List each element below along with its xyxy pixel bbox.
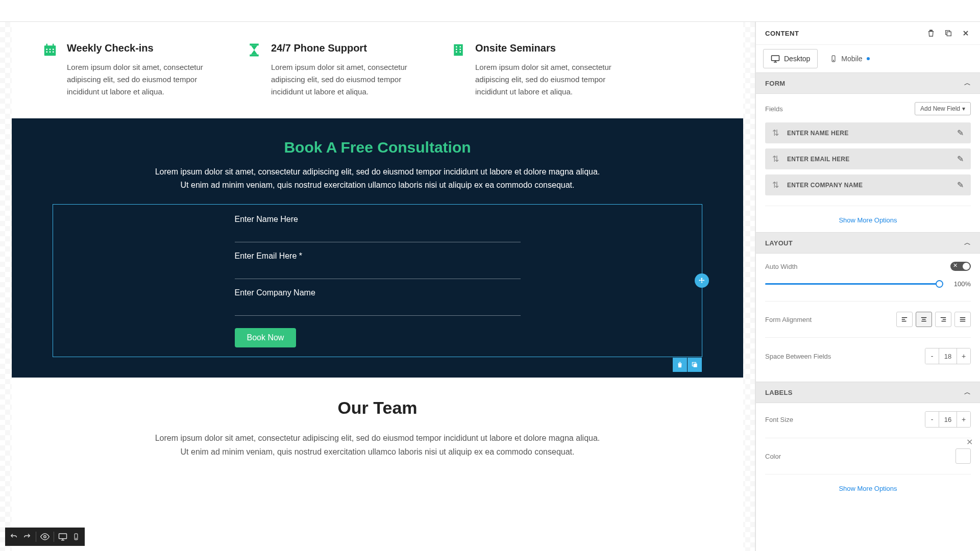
add-field-button[interactable]: Add New Field▾ [915,102,971,115]
desktop-icon [771,54,780,63]
booking-title: Book A Free Consultation [12,139,743,156]
slider-thumb[interactable] [936,280,943,288]
align-justify-button[interactable] [954,312,971,327]
space-between-label: Space Between Fields [765,353,831,360]
edit-icon[interactable]: ✎ [957,128,964,138]
drag-handle-icon[interactable]: ⇅ [772,154,779,164]
divider [765,438,971,438]
feature-title: Weekly Check-ins [67,42,216,54]
editor-canvas[interactable]: Weekly Check-ins Lorem ipsum dolor sit a… [0,22,755,551]
sidebar-header: CONTENT [756,22,980,45]
redo-button[interactable] [20,528,34,546]
building-icon [451,42,466,58]
feature-item: Weekly Check-ins Lorem ipsum dolor sit a… [42,42,216,98]
field-row[interactable]: ⇅ ENTER EMAIL HERE ✎ [765,148,971,169]
svg-rect-9 [53,52,54,53]
svg-rect-16 [460,49,461,51]
tab-desktop[interactable]: Desktop [763,49,818,68]
svg-rect-11 [250,55,259,57]
drag-handle-icon[interactable]: ⇅ [772,180,779,190]
divider [765,474,971,474]
form-block-selected[interactable]: Enter Name Here Enter Email Here * Enter… [53,204,702,357]
align-right-button[interactable] [935,312,951,327]
feature-desc: Lorem ipsum dolor sit amet, consectetur … [271,61,420,98]
feature-item: 24/7 Phone Support Lorem ipsum dolor sit… [247,42,420,98]
caret-down-icon: ▾ [962,105,965,112]
feature-item: Onsite Seminars Lorem ipsum dolor sit am… [451,42,624,98]
delete-block-button[interactable] [673,358,687,372]
feature-title: Onsite Seminars [475,42,624,54]
field-row[interactable]: ⇅ ENTER NAME HERE ✎ [765,122,971,143]
reset-color-icon[interactable]: ✕ [966,437,973,444]
separator [54,532,54,542]
booking-section: Book A Free Consultation Lorem ipsum dol… [12,118,743,378]
decrement-button[interactable]: - [925,348,939,364]
font-size-stepper: - + [925,411,971,428]
labels-section-header[interactable]: LABELS ︿ [756,382,980,403]
chevron-up-icon: ︿ [964,79,971,88]
increment-button[interactable]: + [957,348,970,364]
svg-rect-8 [50,52,51,53]
svg-rect-17 [456,52,457,53]
top-bar [0,0,980,22]
calendar-icon [42,42,58,58]
separator [36,532,36,542]
field-row[interactable]: ⇅ ENTER COMPANY NAME ✎ [765,174,971,195]
field-name: ENTER NAME HERE [787,130,957,137]
layout-section-header[interactable]: LAYOUT ︿ [756,232,980,254]
tab-mobile[interactable]: Mobile [823,49,876,68]
auto-width-label: Auto Width [765,263,798,270]
svg-rect-22 [59,534,67,539]
fields-label: Fields [765,105,783,113]
space-value-input[interactable] [939,348,957,364]
preview-button[interactable] [38,528,52,546]
width-slider[interactable] [765,283,942,285]
divider [765,206,971,206]
drag-handle-icon[interactable]: ⇅ [772,128,779,138]
svg-rect-14 [460,46,461,48]
color-label: Color [765,453,781,460]
feature-desc: Lorem ipsum dolor sit amet, consectetur … [67,61,216,98]
company-input[interactable] [235,302,521,316]
align-left-button[interactable] [896,312,913,327]
font-size-input[interactable] [939,412,957,427]
email-input[interactable] [235,265,521,279]
svg-point-28 [834,60,834,61]
show-more-link[interactable]: Show More Options [765,485,971,492]
svg-rect-15 [456,49,457,51]
book-now-button[interactable]: Book Now [235,328,297,347]
move-handle-icon[interactable] [695,273,709,288]
decrement-button[interactable]: - [925,412,939,427]
svg-rect-7 [46,52,48,53]
block-tools [672,358,702,372]
name-input[interactable] [235,228,521,242]
svg-rect-10 [250,44,259,46]
svg-rect-19 [694,364,697,367]
feature-desc: Lorem ipsum dolor sit amet, consectetur … [475,61,624,98]
edit-icon[interactable]: ✎ [957,154,964,164]
indicator-dot [867,57,870,60]
align-center-button[interactable] [916,312,932,327]
edit-icon[interactable]: ✎ [957,180,964,190]
duplicate-icon[interactable] [943,28,953,38]
auto-width-toggle[interactable]: ✕ [950,262,971,271]
delete-icon[interactable] [926,28,936,38]
mobile-icon [830,55,837,62]
increment-button[interactable]: + [957,412,970,427]
width-value: 100% [949,280,971,288]
tab-label: Desktop [784,55,810,63]
form-section-header[interactable]: FORM ︿ [756,72,980,94]
close-icon[interactable] [961,28,971,38]
svg-point-21 [44,536,46,538]
svg-rect-2 [46,44,48,47]
undo-button[interactable] [7,528,20,546]
show-more-link[interactable]: Show More Options [765,216,971,224]
color-swatch[interactable] [955,448,971,464]
space-stepper: - + [925,348,971,364]
section-title: FORM [765,80,785,87]
team-desc: Lorem ipsum dolor sit amet, consectetur … [153,431,602,459]
duplicate-block-button[interactable] [688,358,702,372]
field-name: ENTER EMAIL HERE [787,156,957,163]
mobile-view-button[interactable] [69,528,83,546]
desktop-view-button[interactable] [56,528,69,546]
